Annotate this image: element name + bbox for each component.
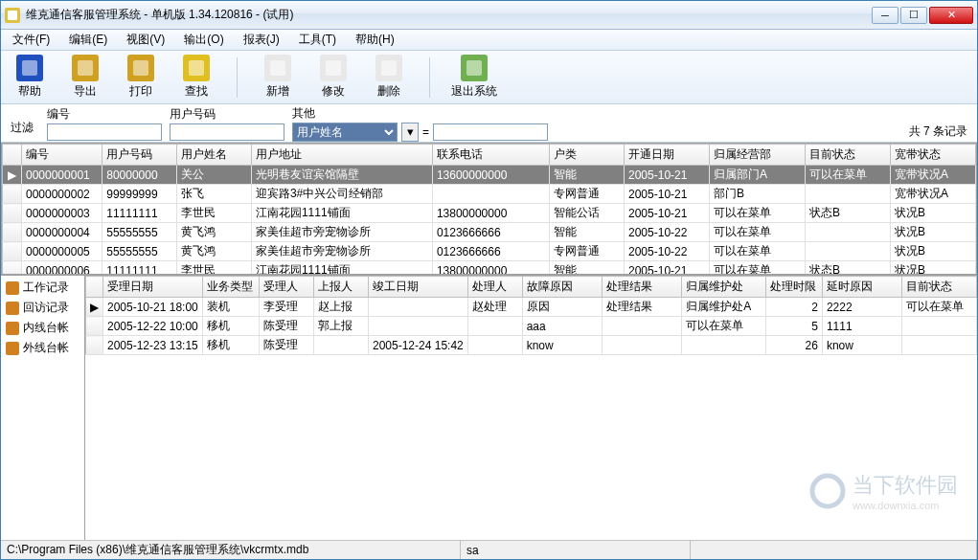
row-indicator-header: [86, 277, 103, 298]
svg-point-10: [812, 476, 843, 506]
detail-col-header[interactable]: 归属维护处: [682, 277, 765, 298]
main-col-header[interactable]: 联系电话: [432, 145, 549, 166]
main-col-header[interactable]: 用户号码: [102, 145, 177, 166]
maximize-button[interactable]: ☐: [900, 7, 927, 24]
main-col-header[interactable]: 用户地址: [251, 145, 432, 166]
table-row[interactable]: 000000000299999999张飞迎宾路3#中兴公司经销部专网普通2005…: [3, 185, 976, 204]
filter-other-input[interactable]: [433, 123, 548, 141]
table-cell: 关公: [177, 166, 252, 185]
toolbar-查找[interactable]: 查找: [177, 55, 216, 100]
detail-col-header[interactable]: 故障原因: [522, 277, 602, 298]
table-cell: 处理结果: [602, 298, 681, 317]
app-icon: [5, 8, 20, 23]
toolbar-修改[interactable]: 修改: [314, 55, 353, 100]
link-icon: [6, 302, 19, 315]
side-nav-item-2[interactable]: 内线台帐: [3, 318, 82, 338]
toolbar-label: 新增: [266, 83, 289, 100]
side-nav-item-3[interactable]: 外线台帐: [3, 338, 82, 358]
table-row[interactable]: ▶000000000180000000关公光明巷友谊宾馆隔壁1360000000…: [3, 166, 976, 185]
detail-col-header[interactable]: 处理时限: [765, 277, 822, 298]
minimize-button[interactable]: ─: [872, 7, 898, 24]
table-cell: 李受理: [260, 298, 314, 317]
toolbar-删除[interactable]: 删除: [370, 55, 408, 100]
menu-item-4[interactable]: 报表(J): [236, 30, 287, 50]
toolbar-icon: [264, 55, 291, 81]
menu-item-3[interactable]: 输出(O): [176, 30, 231, 50]
main-col-header[interactable]: 编号: [22, 145, 102, 166]
detail-col-header[interactable]: 业务类型: [202, 277, 259, 298]
detail-grid[interactable]: 受理日期业务类型受理人上报人竣工日期处理人故障原因处理结果归属维护处处理时限延时…: [85, 276, 977, 540]
filter-id-input[interactable]: [47, 123, 162, 141]
row-indicator: [3, 204, 22, 223]
toolbar-导出[interactable]: 导出: [66, 55, 104, 100]
row-indicator: [3, 242, 22, 261]
filter-other-dropdown[interactable]: ▾: [401, 123, 419, 142]
table-row[interactable]: 000000000611111111李世民江南花园1111铺面138000000…: [3, 261, 976, 276]
side-nav-item-0[interactable]: 工作记录: [3, 278, 82, 298]
table-cell: 0000000005: [22, 242, 102, 261]
table-cell: 0000000003: [22, 204, 102, 223]
link-icon: [6, 281, 19, 295]
table-cell: 55555555: [102, 223, 177, 242]
svg-rect-1: [8, 11, 17, 20]
svg-rect-3: [78, 60, 93, 76]
toolbar-打印[interactable]: 打印: [122, 55, 160, 100]
main-col-header[interactable]: 户类: [550, 145, 625, 166]
detail-col-header[interactable]: 竣工日期: [369, 277, 468, 298]
menu-item-0[interactable]: 文件(F): [5, 30, 57, 50]
menu-item-6[interactable]: 帮助(H): [348, 30, 402, 50]
table-row[interactable]: 000000000455555555黄飞鸿家美佳超市旁宠物诊所012366666…: [3, 223, 976, 242]
table-cell: 13800000000: [432, 204, 549, 223]
detail-col-header[interactable]: 处理结果: [602, 277, 681, 298]
main-col-header[interactable]: 开通日期: [625, 145, 710, 166]
table-cell: 黄飞鸿: [177, 223, 252, 242]
filter-eq: =: [422, 125, 429, 139]
table-cell: 智能: [550, 166, 625, 185]
table-cell: 赵处理: [467, 298, 522, 317]
detail-col-header[interactable]: 目前状态: [902, 277, 977, 298]
filter-bar: 过滤 编号 用户号码 其他 用户姓名 ▾ = 共 7 条记录: [1, 104, 977, 143]
main-col-header[interactable]: 目前状态: [806, 145, 891, 166]
filter-id-label: 编号: [47, 106, 162, 123]
toolbar-新增[interactable]: 新增: [259, 55, 297, 100]
toolbar-帮助[interactable]: 帮助: [11, 55, 49, 100]
main-col-header[interactable]: 宽带状态: [890, 145, 975, 166]
main-col-header[interactable]: 归属经营部: [709, 145, 805, 166]
toolbar-退出系统[interactable]: 退出系统: [451, 55, 497, 100]
table-cell: 家美佳超市旁宠物诊所: [251, 242, 432, 261]
watermark: 当下软件园 www.downxia.com: [808, 471, 958, 511]
table-row[interactable]: 000000000555555555黄飞鸿家美佳超市旁宠物诊所012366666…: [3, 242, 976, 261]
table-cell: 1111: [822, 317, 901, 336]
table-cell: 可以在菜单: [682, 317, 765, 336]
filter-userno-input[interactable]: [170, 123, 284, 141]
toolbar-icon: [320, 55, 347, 81]
detail-col-header[interactable]: 上报人: [314, 277, 369, 298]
table-row[interactable]: 2005-12-23 13:15移机陈受理2005-12-24 15:42kno…: [86, 336, 977, 355]
menu-item-1[interactable]: 编辑(E): [61, 30, 115, 50]
table-cell: 可以在菜单: [709, 242, 805, 261]
table-cell: 可以在菜单: [709, 261, 805, 276]
toolbar-icon: [461, 55, 488, 81]
table-cell: 0000000004: [22, 223, 102, 242]
main-col-header[interactable]: 用户姓名: [177, 145, 252, 166]
table-cell: 张飞: [177, 185, 252, 204]
toolbar-separator: [237, 57, 238, 98]
table-cell: 2005-12-24 15:42: [369, 336, 468, 355]
menu-item-5[interactable]: 工具(T): [291, 30, 344, 50]
table-cell: know: [822, 336, 901, 355]
detail-col-header[interactable]: 受理日期: [103, 277, 203, 298]
menu-item-2[interactable]: 视图(V): [119, 30, 172, 50]
main-grid[interactable]: 编号用户号码用户姓名用户地址联系电话户类开通日期归属经营部目前状态宽带状态▶00…: [1, 143, 977, 275]
side-nav-item-1[interactable]: 回访记录: [3, 298, 82, 318]
table-cell: 2: [765, 298, 822, 317]
detail-col-header[interactable]: 受理人: [260, 277, 314, 298]
close-button[interactable]: ✕: [929, 7, 973, 24]
detail-col-header[interactable]: 延时原因: [822, 277, 901, 298]
menubar: 文件(F)编辑(E)视图(V)输出(O)报表(J)工具(T)帮助(H): [1, 30, 977, 51]
table-row[interactable]: 000000000311111111李世民江南花园1111铺面138000000…: [3, 204, 976, 223]
table-row[interactable]: ▶2005-10-21 18:00装机李受理赵上报赵处理原因处理结果归属维护处A…: [86, 298, 977, 317]
table-cell: 可以在菜单: [806, 166, 891, 185]
detail-col-header[interactable]: 处理人: [467, 277, 522, 298]
filter-other-select[interactable]: 用户姓名: [292, 123, 398, 142]
table-row[interactable]: 2005-12-22 10:00移机陈受理郭上报aaa可以在菜单51111: [86, 317, 977, 336]
